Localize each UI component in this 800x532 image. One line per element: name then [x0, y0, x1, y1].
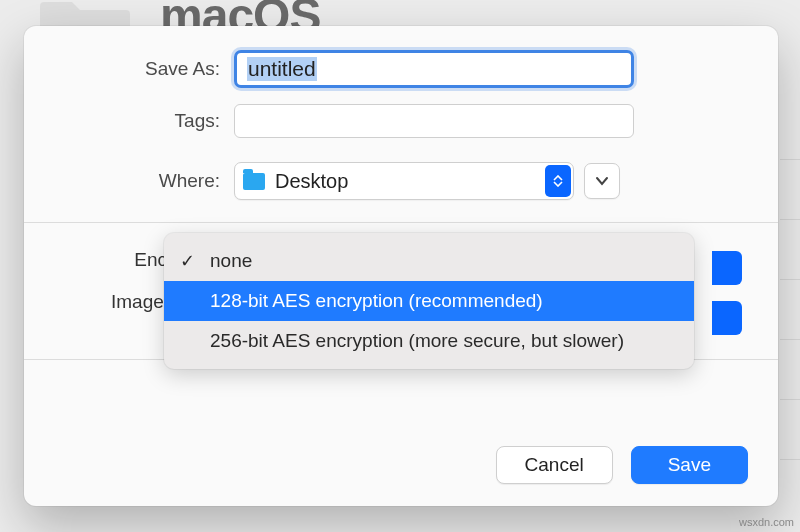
encryption-option-128bit[interactable]: 128-bit AES encryption (recommended): [164, 281, 694, 321]
save-button[interactable]: Save: [631, 446, 748, 484]
where-label: Where:: [84, 170, 234, 192]
tags-row: Tags:: [84, 104, 718, 138]
save-dialog-top: Save As: untitled Tags: Where: Desktop: [24, 26, 778, 222]
tags-input[interactable]: [234, 104, 634, 138]
where-location: Desktop: [275, 170, 348, 193]
cancel-button[interactable]: Cancel: [496, 446, 613, 484]
saveas-input[interactable]: untitled: [234, 50, 634, 88]
updown-stepper-icon: [545, 165, 571, 197]
saveas-value: untitled: [247, 57, 317, 81]
watermark: wsxdn.com: [739, 516, 794, 528]
menu-item-label: none: [210, 250, 252, 272]
encryption-select-edge: [712, 251, 742, 285]
menu-item-label: 256-bit AES encryption (more secure, but…: [210, 330, 624, 352]
button-label: Cancel: [525, 454, 584, 476]
save-dialog-middle: Encryption Image Forma ✓ none 128-bit AE…: [24, 223, 778, 359]
tags-label: Tags:: [84, 110, 234, 132]
encryption-menu: ✓ none 128-bit AES encryption (recommend…: [164, 233, 694, 369]
saveas-label: Save As:: [84, 58, 234, 80]
background-grid: [780, 100, 800, 520]
expand-button[interactable]: [584, 163, 620, 199]
chevron-down-icon: [595, 176, 609, 186]
where-row: Where: Desktop: [84, 162, 718, 200]
encryption-option-256bit[interactable]: 256-bit AES encryption (more secure, but…: [164, 321, 694, 361]
save-dialog: Save As: untitled Tags: Where: Desktop: [24, 26, 778, 506]
folder-icon: [243, 173, 265, 190]
imageformat-select-edge: [712, 301, 742, 335]
saveas-row: Save As: untitled: [84, 50, 718, 88]
encryption-option-none[interactable]: ✓ none: [164, 241, 694, 281]
checkmark-icon: ✓: [180, 250, 195, 272]
menu-item-label: 128-bit AES encryption (recommended): [210, 290, 543, 312]
dialog-footer: Cancel Save: [24, 428, 778, 506]
button-label: Save: [668, 454, 711, 476]
where-select[interactable]: Desktop: [234, 162, 574, 200]
